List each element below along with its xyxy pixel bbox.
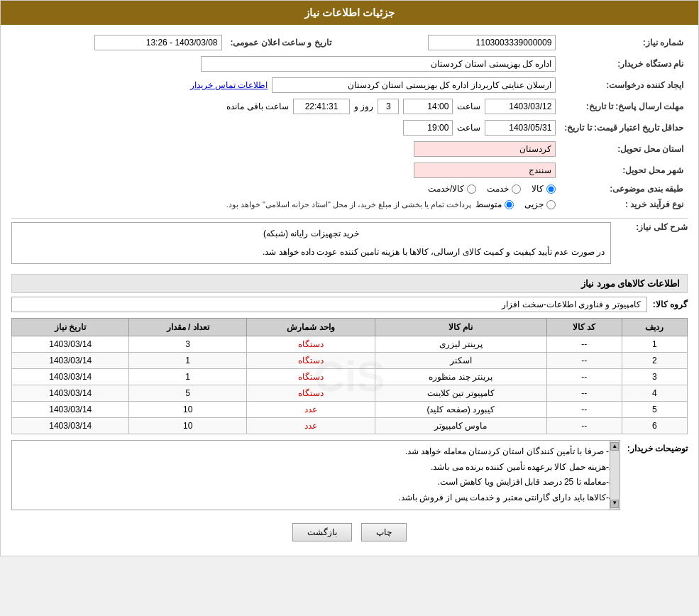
shahr-label: شهر محل تحویل: [560, 160, 688, 181]
radio-kala-khedmat[interactable]: کالا/خدمت [428, 184, 476, 194]
notes-box: ▲ ▼ 1- صرفا با تأمین کنندگان استان کردست… [11, 440, 620, 510]
mohlat-label: مهلت ارسال پاسخ: تا تاریخ: [560, 96, 688, 117]
mohlat-roz: 3 [378, 99, 399, 114]
hadaqal-saat-label: ساعت [457, 123, 480, 133]
table-row: 1 -- پرینتر لیزری دستگاه 3 1403/03/14 [12, 336, 688, 353]
shomare-niaz-value: 1103003339000009 [428, 35, 556, 50]
group-kala-value: کامپیوتر و فناوری اطلاعات-سخت افزار [11, 297, 647, 312]
group-kala-label: گروه کالا: [653, 299, 688, 309]
scrollbar[interactable]: ▲ ▼ [610, 441, 620, 509]
hadaqal-label: حداقل تاریخ اعتبار قیمت: تا تاریخ: [560, 117, 688, 138]
mohlat-roz-label: روز و [354, 101, 373, 111]
table-row: 5 -- کیبورد (صفحه کلید) عدد 10 1403/03/1… [12, 402, 688, 418]
mohlat-remaining-label: ساعت باقی مانده [226, 101, 289, 111]
radio-kala[interactable]: کالا [532, 184, 556, 194]
nam-dastgah-value: اداره کل بهزیستی استان کردستان [201, 56, 556, 72]
radio-jozi[interactable]: جزیی [524, 199, 556, 209]
shahr-value: سنندج [414, 163, 556, 178]
notes-label: توضیحات خریدار: [627, 440, 688, 510]
bazgasht-button[interactable]: بازگشت [292, 523, 352, 541]
kala-info-title: اطلاعات کالاهای مورد نیاز [11, 274, 688, 293]
sharh-label: شرح کلی نیاز: [617, 222, 688, 232]
radio-motevaset[interactable]: متوسط [475, 199, 514, 209]
sharh-box: خرید تجهیزات رایانه (شبکه) در صورت عدم ت… [11, 222, 611, 264]
tarikh-value: 1403/03/08 - 13:26 [94, 35, 222, 50]
table-row: 4 -- کامپیوتر تین کلاینت دستگاه 5 1403/0… [12, 385, 688, 402]
table-row: 2 -- اسکنر دستگاه 1 1403/03/14 [12, 353, 688, 369]
tarikh-label: تاریخ و ساعت اعلان عمومی: [226, 32, 346, 53]
noe-farayand-desc: پرداخت تمام یا بخشی از مبلغ خرید، از محل… [226, 200, 472, 209]
col-vahed: واحد شمارش [246, 319, 375, 336]
col-tedad: تعداد / مقدار [129, 319, 246, 336]
table-row: 3 -- پرینتر چند منظوره دستگاه 1 1403/03/… [12, 369, 688, 385]
table-row: 6 -- ماوس کامپیوتر عدد 10 1403/03/14 [12, 418, 688, 434]
ostan-value: کردستان [414, 141, 556, 157]
col-kod: کد کالا [546, 319, 622, 336]
hadaqal-saat: 19:00 [403, 120, 453, 136]
ostan-label: استان محل تحویل: [560, 138, 688, 160]
mohlat-date: 1403/03/12 [485, 99, 556, 114]
scroll-up-btn[interactable]: ▲ [610, 442, 619, 451]
sharh-title: خرید تجهیزات رایانه (شبکه) [18, 226, 605, 242]
ijad-konande-value: ارسلان عنایتی کاربرداز اداره کل بهزیستی … [272, 77, 556, 93]
contact-info-link[interactable]: اطلاعات تماس خریدار [190, 80, 268, 90]
noe-farayand-label: نوع فرآیند خرید : [560, 197, 688, 212]
ijad-konande-label: ایجاد کننده درخواست: [560, 75, 688, 96]
notes-content: 1- صرفا با تأمین کنندگان استان کردستان م… [26, 444, 614, 505]
scroll-down-btn[interactable]: ▼ [610, 500, 619, 508]
sharh-body: در صورت عدم تأیید کیفیت و کمیت کالای ارس… [18, 245, 605, 260]
shomare-niaz-label: شماره نیاز: [560, 32, 688, 53]
nam-dastgah-label: نام دستگاه خریدار: [560, 53, 688, 75]
col-tarikh: تاریخ نیاز [12, 319, 129, 336]
mohlat-remaining: 22:41:31 [293, 99, 350, 114]
col-radif: ردیف [622, 319, 687, 336]
mohlat-saat-label: ساعت [457, 101, 480, 111]
chap-button[interactable]: چاپ [361, 523, 407, 541]
tabaqe-label: طبقه بندی موضوعی: [560, 181, 688, 197]
hadaqal-date: 1403/05/31 [485, 120, 556, 136]
kala-table: ردیف کد کالا نام کالا واحد شمارش تعداد /… [11, 318, 688, 434]
mohlat-saat: 14:00 [403, 99, 453, 114]
radio-khedmat[interactable]: خدمت [487, 184, 521, 194]
col-name: نام کالا [375, 319, 546, 336]
page-title: جزئیات اطلاعات نیاز [1, 1, 698, 25]
